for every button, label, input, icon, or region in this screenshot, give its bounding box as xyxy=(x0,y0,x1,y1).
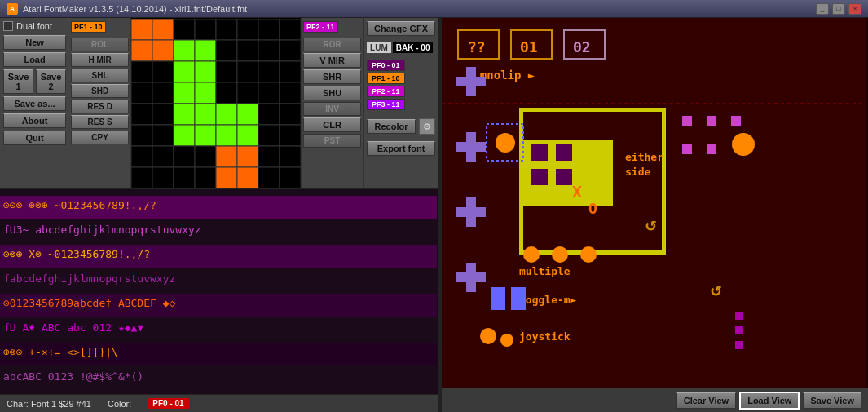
clr-button[interactable]: CLR xyxy=(303,117,361,132)
dual-font-label: Dual font xyxy=(16,21,52,31)
dual-font-checkbox[interactable] xyxy=(3,21,13,31)
right-panel: Clear View Load View Save View xyxy=(442,18,868,412)
maximize-button[interactable]: □ xyxy=(832,3,845,15)
shd-button[interactable]: SHD xyxy=(71,84,129,98)
pf1-top-patch[interactable]: PF1 - 10 xyxy=(71,21,106,33)
title-bar-text: Atari FontMaker v1.3.5 (14.10.2014) - xi… xyxy=(23,4,247,14)
pf3-color-patch[interactable]: PF3 - 11 xyxy=(367,99,405,110)
color-value: PF0 - 01 xyxy=(148,398,188,409)
recolor-button[interactable]: Recolor xyxy=(367,119,416,134)
gfx-panel: Change GFX LUM BAK - 00 PF0 - 01 PF1 - 1… xyxy=(363,18,438,188)
rol-button: ROL xyxy=(71,38,129,51)
v-mir-button[interactable]: V MIR xyxy=(303,53,361,68)
cpy-button[interactable]: CPY xyxy=(71,131,129,144)
title-bar: A Atari FontMaker v1.3.5 (14.10.2014) - … xyxy=(0,0,868,18)
dual-font-row: Dual font xyxy=(3,21,66,31)
pixel-canvas[interactable] xyxy=(131,19,301,188)
char-info: Char: Font 1 $29 #41 xyxy=(7,399,91,409)
save2-button[interactable]: Save 2 xyxy=(36,69,66,94)
shu-button[interactable]: SHU xyxy=(303,86,361,100)
clear-view-button[interactable]: Clear View xyxy=(676,392,736,409)
preview-area xyxy=(442,18,868,388)
preview-canvas[interactable] xyxy=(442,18,866,388)
quit-button[interactable]: Quit xyxy=(3,131,66,145)
pf0-color-patch[interactable]: PF0 - 01 xyxy=(367,60,405,71)
about-button[interactable]: About xyxy=(3,113,66,128)
res-s-button[interactable]: RES S xyxy=(71,115,129,129)
change-gfx-button[interactable]: Change GFX xyxy=(367,21,435,36)
status-bar: Char: Font 1 $29 #41 Color: PF0 - 01 xyxy=(0,394,438,412)
font-preview-area[interactable] xyxy=(0,189,438,394)
shr-button[interactable]: SHR xyxy=(303,69,361,84)
load-view-button[interactable]: Load View xyxy=(739,392,800,410)
load-button[interactable]: Load xyxy=(3,52,66,67)
app-icon: A xyxy=(7,3,18,15)
transform-left: ROL H MIR SHL SHD RES D RES S CPY xyxy=(69,34,130,148)
export-font-button[interactable]: Export font xyxy=(367,141,435,156)
action-buttons: Dual font New Load Save 1 Save 2 Save as… xyxy=(0,18,69,188)
ror-button: ROR xyxy=(303,38,361,51)
pixel-canvas-area[interactable] xyxy=(131,18,301,188)
minimize-button[interactable]: _ xyxy=(816,3,829,15)
shl-button[interactable]: SHL xyxy=(71,69,129,82)
pst-button: PST xyxy=(303,134,361,148)
color-label: Color: xyxy=(108,399,131,409)
bak-label[interactable]: BAK - 00 xyxy=(393,42,434,53)
close-button[interactable]: × xyxy=(848,3,861,15)
new-button[interactable]: New xyxy=(3,35,66,50)
gear-icon[interactable]: ⚙ xyxy=(419,118,435,135)
res-d-button[interactable]: RES D xyxy=(71,100,129,113)
save-as-button[interactable]: Save as... xyxy=(3,96,66,111)
pf2-color-patch[interactable]: PF2 - 11 xyxy=(367,86,405,97)
font-preview-canvas[interactable] xyxy=(0,189,437,393)
save1-button[interactable]: Save 1 xyxy=(3,69,33,94)
save-view-button[interactable]: Save View xyxy=(803,392,861,409)
inv-button: INV xyxy=(303,102,361,116)
pf1-color-patch[interactable]: PF1 - 10 xyxy=(367,73,405,84)
lum-label: LUM xyxy=(367,42,391,53)
h-mir-button[interactable]: H MIR xyxy=(71,53,129,67)
preview-status-bar: Clear View Load View Save View xyxy=(442,388,868,412)
transform-right: ROR V MIR SHR SHU INV CLR PST xyxy=(302,34,363,151)
title-bar-controls: _ □ × xyxy=(816,3,861,15)
pf2-top-patch[interactable]: PF2 - 11 xyxy=(303,21,338,33)
